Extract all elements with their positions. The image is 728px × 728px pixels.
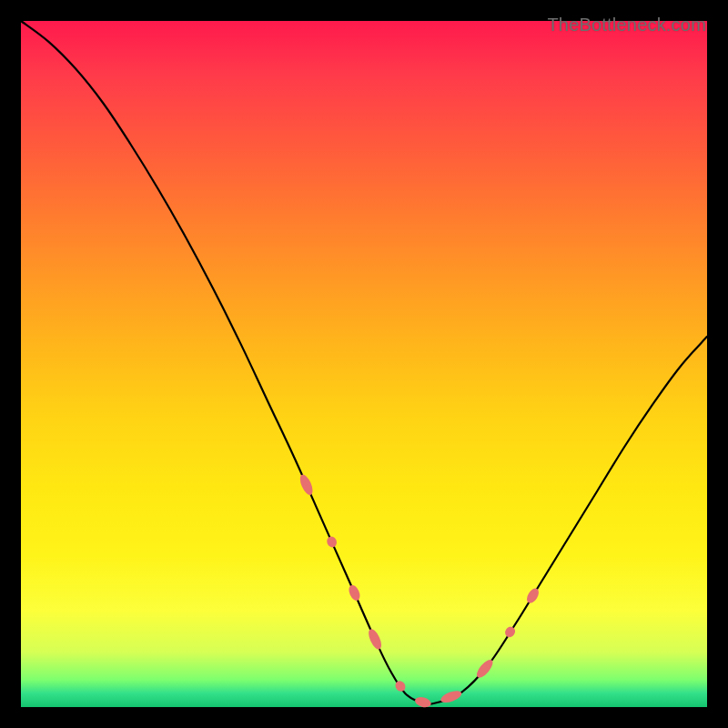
watermark-text: TheBottleneck.com — [547, 15, 706, 35]
highlight-dot — [414, 695, 432, 709]
highlight-dot — [440, 688, 463, 704]
highlight-dot — [325, 535, 338, 549]
highlight-dot — [347, 583, 362, 602]
plot-area — [21, 21, 707, 707]
chart-frame: TheBottleneck.com — [16, 16, 712, 712]
highlight-dot — [298, 473, 315, 497]
bottleneck-curve — [21, 21, 707, 704]
highlight-dot — [366, 627, 384, 651]
highlight-dot — [503, 625, 517, 640]
bottleneck-curve-svg — [21, 21, 707, 707]
highlight-dots — [298, 473, 541, 709]
highlight-dot — [524, 586, 541, 605]
